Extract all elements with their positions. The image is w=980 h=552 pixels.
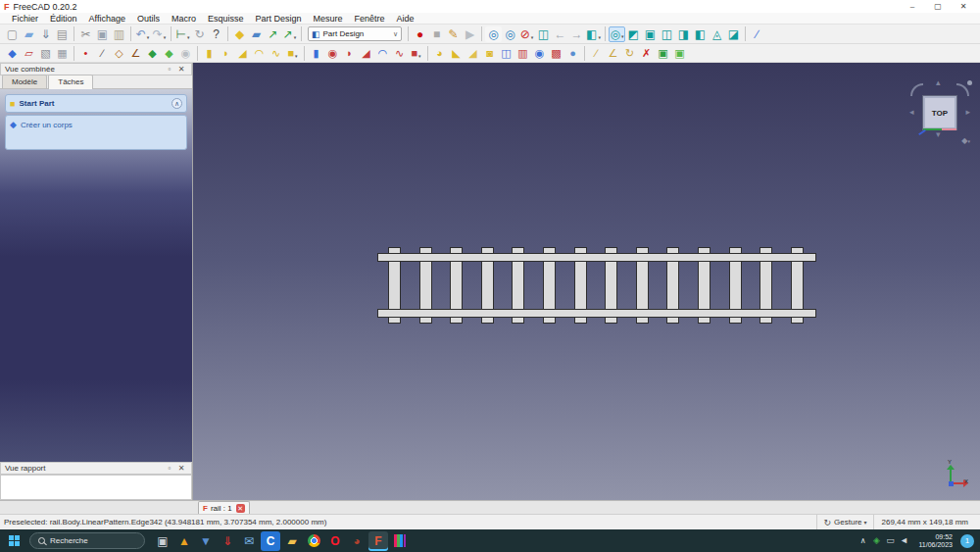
subtractive-pipe-icon[interactable]: ◠: [374, 45, 391, 61]
macro-edit-icon[interactable]: ✎: [445, 26, 462, 42]
pocket-icon[interactable]: ▮: [308, 45, 324, 61]
file-explorer-icon[interactable]: ▰: [282, 531, 302, 551]
menu-part-design[interactable]: Part Design: [249, 14, 307, 24]
minimize-button[interactable]: –: [900, 1, 925, 13]
nav-mode-dropdown[interactable]: ↻ Gesture ▾: [816, 515, 872, 529]
navcube-top-face[interactable]: TOP: [922, 95, 957, 130]
cut-icon[interactable]: ✂: [77, 26, 94, 42]
additive-pipe-icon[interactable]: ◠: [251, 45, 268, 61]
draw-style-icon[interactable]: ⊘▾: [518, 26, 535, 42]
measure-angular-icon[interactable]: ∠: [605, 45, 621, 61]
viewport[interactable]: ▴ ▾ ◂ ▸ TOP ◆▾ Y X: [193, 63, 980, 500]
create-body-icon[interactable]: ◆: [4, 45, 21, 61]
download-app-icon[interactable]: ⇓: [218, 531, 237, 551]
print-icon[interactable]: ▤: [54, 26, 71, 42]
group-folder-icon[interactable]: ▰: [248, 26, 265, 42]
whats-this-icon[interactable]: ?: [208, 26, 224, 42]
start-part-header[interactable]: ■ Start Part ∧: [5, 94, 187, 113]
view-front-icon[interactable]: ▣: [642, 26, 659, 42]
view-bottom-icon[interactable]: ◬: [709, 26, 725, 42]
collapse-section-button[interactable]: ∧: [172, 98, 182, 109]
mail-app-icon[interactable]: ✉: [239, 531, 259, 551]
subtractive-primitive-icon[interactable]: ■▾: [408, 45, 424, 61]
notification-badge[interactable]: 1: [960, 534, 974, 548]
macro-stop-icon[interactable]: ■: [428, 26, 445, 42]
chrome-icon[interactable]: [304, 531, 323, 551]
fillet-icon[interactable]: ◕: [431, 45, 448, 61]
measure-toggle-icon[interactable]: ▣: [655, 45, 671, 61]
pad-icon[interactable]: ▮: [201, 45, 218, 61]
nav-forward-icon[interactable]: →: [568, 26, 585, 42]
create-part-icon[interactable]: ◆: [231, 26, 248, 42]
measure-clear-icon[interactable]: ✗: [638, 45, 655, 61]
maximize-button[interactable]: ▢: [925, 1, 951, 13]
nav-dot-icon[interactable]: [967, 80, 972, 85]
view-rear-icon[interactable]: ◧: [692, 26, 709, 42]
groove-icon[interactable]: ◗: [341, 45, 358, 61]
fit-selection-icon[interactable]: ◎: [502, 26, 518, 42]
linear-pattern-icon[interactable]: ▥: [514, 45, 531, 61]
nav-right-arrow-icon[interactable]: ▸: [965, 108, 970, 117]
datum-plane-icon[interactable]: ◇: [111, 45, 127, 61]
datum-line-icon[interactable]: ∕: [94, 45, 111, 61]
freecad-taskbar-icon[interactable]: F: [368, 531, 388, 551]
draft-icon[interactable]: ◢: [465, 45, 481, 61]
redo-icon[interactable]: ↷▾: [151, 26, 168, 42]
refresh-icon[interactable]: ↻: [191, 26, 208, 42]
thickness-icon[interactable]: ◙: [481, 45, 498, 61]
view-right-icon[interactable]: ◨: [675, 26, 692, 42]
additive-primitive-icon[interactable]: ■▾: [284, 45, 301, 61]
nav-minicube-icon[interactable]: ◆▾: [961, 136, 970, 145]
menu-macro[interactable]: Macro: [166, 14, 202, 24]
menu-edition[interactable]: Édition: [44, 14, 83, 24]
subshape-binder-icon[interactable]: ◆: [161, 45, 177, 61]
window-switcher-icon[interactable]: ▣: [153, 531, 172, 551]
subtractive-helix-icon[interactable]: ∿: [391, 45, 408, 61]
mirrored-icon[interactable]: ◫: [498, 45, 514, 61]
selection-box-icon[interactable]: ◫: [535, 26, 552, 42]
undo-icon[interactable]: ↶▾: [134, 26, 151, 42]
tab-modele[interactable]: Modèle: [2, 75, 47, 88]
measure-refresh-icon[interactable]: ↻: [621, 45, 638, 61]
float-panel-icon[interactable]: ▫: [164, 64, 175, 75]
tray-chevron-icon[interactable]: ∧: [860, 536, 866, 545]
navigation-cube[interactable]: ▴ ▾ ◂ ▸ TOP ◆▾: [907, 80, 972, 145]
map-sketch-icon[interactable]: ▦: [54, 45, 71, 61]
new-file-icon[interactable]: ▢: [4, 26, 21, 42]
additive-helix-icon[interactable]: ∿: [268, 45, 284, 61]
menu-fenetre[interactable]: Fenêtre: [349, 14, 391, 24]
additive-loft-icon[interactable]: ◢: [234, 45, 251, 61]
close-document-icon[interactable]: ✕: [236, 504, 245, 513]
make-link-icon[interactable]: ↗: [265, 26, 281, 42]
close-panel-icon[interactable]: ✕: [175, 64, 187, 75]
document-tab-rail[interactable]: F rail : 1 ✕: [198, 501, 250, 514]
chamfer-icon[interactable]: ◣: [448, 45, 465, 61]
volume-icon[interactable]: ◄: [897, 533, 910, 549]
menu-outils[interactable]: Outils: [131, 14, 166, 24]
save-file-icon[interactable]: ⇓: [37, 26, 54, 42]
nav-back-icon[interactable]: ←: [552, 26, 568, 42]
hole-icon[interactable]: ◉: [324, 45, 341, 61]
nav-down-arrow-icon[interactable]: ▾: [936, 130, 941, 139]
menu-affichage[interactable]: Affichage: [83, 14, 131, 24]
paste-icon[interactable]: ▥: [111, 26, 127, 42]
document-app-icon[interactable]: ▼: [196, 531, 216, 551]
clock[interactable]: 09:52 11/06/2023: [918, 533, 953, 549]
macro-record-icon[interactable]: ●: [412, 26, 428, 42]
boolean-icon[interactable]: ●: [564, 45, 581, 61]
menu-esquisse[interactable]: Esquisse: [202, 14, 250, 24]
nav-left-arrow-icon[interactable]: ◂: [909, 108, 914, 117]
close-report-icon[interactable]: ✕: [175, 463, 187, 474]
tab-taches[interactable]: Tâches: [48, 75, 93, 89]
rotate-cw-icon[interactable]: [956, 83, 969, 96]
measure-linear-icon[interactable]: ∕: [588, 45, 605, 61]
opera-icon[interactable]: O: [325, 531, 345, 551]
fit-all-icon[interactable]: ◎: [485, 26, 502, 42]
menu-fichier[interactable]: Fichier: [6, 14, 44, 24]
polar-pattern-icon[interactable]: ◉: [531, 45, 548, 61]
defender-icon[interactable]: ◈: [869, 533, 883, 549]
subtractive-loft-icon[interactable]: ◢: [358, 45, 374, 61]
nav-up-arrow-icon[interactable]: ▴: [936, 78, 941, 87]
macro-play-icon[interactable]: ▶: [462, 26, 478, 42]
menu-aide[interactable]: Aide: [391, 14, 420, 24]
